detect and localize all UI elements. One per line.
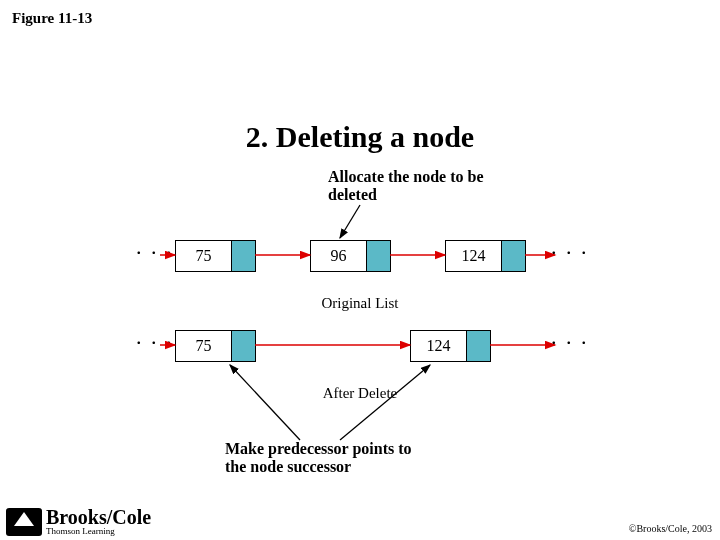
ellipsis-left-2: · · ·	[130, 330, 180, 356]
svg-line-7	[340, 205, 360, 238]
publisher-logo: Brooks/Cole Thomson Learning	[6, 508, 151, 536]
diagram-title: 2. Deleting a node	[0, 120, 720, 154]
node-124-after: 124	[410, 330, 491, 362]
figure-label: Figure 11-13	[12, 10, 92, 27]
ellipsis-right-2: · · ·	[545, 330, 595, 356]
node-124-original: 124	[445, 240, 526, 272]
pointer-box-icon	[231, 331, 255, 361]
ellipsis-right-1: · · ·	[545, 240, 595, 266]
annotation-allocate: Allocate the node to be deleted	[328, 168, 484, 205]
pointer-box-icon	[231, 241, 255, 271]
caption-after: After Delete	[130, 385, 590, 402]
copyright-text: ©Brooks/Cole, 2003	[629, 523, 712, 534]
node-96-original: 96	[310, 240, 391, 272]
pointer-box-icon	[501, 241, 525, 271]
svg-line-9	[340, 365, 430, 440]
node-75-after: 75	[175, 330, 256, 362]
ellipsis-left-1: · · ·	[130, 240, 180, 266]
svg-line-8	[230, 365, 300, 440]
pointer-box-icon	[366, 241, 390, 271]
node-75-original: 75	[175, 240, 256, 272]
pointer-box-icon	[466, 331, 490, 361]
logo-brand: Brooks/Cole	[46, 508, 151, 526]
annotation-predecessor: Make predecessor points to the node succ…	[225, 440, 412, 477]
caption-original: Original List	[130, 295, 590, 312]
tree-icon	[6, 508, 42, 536]
